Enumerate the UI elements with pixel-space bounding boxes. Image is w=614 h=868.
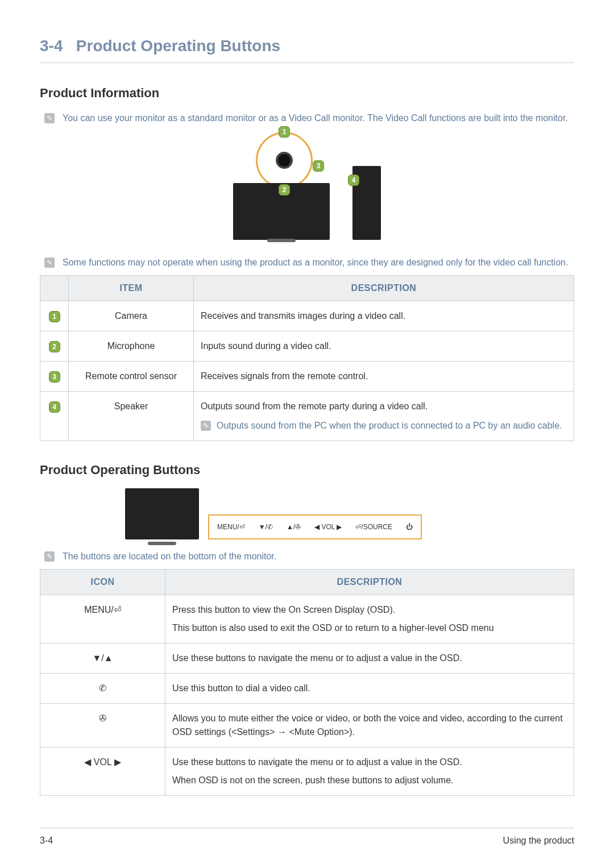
description-text: Outputs sound from the remote party duri… [201,401,428,411]
power-icon: ⏻ [406,522,413,532]
diagram-zoom-circle [256,132,313,189]
icon-cell: ▼/▲ [40,643,165,674]
item-cell: Camera [69,301,194,331]
description-cell: Press this button to view the On Screen … [165,595,574,643]
page-footer: 3-4 Using the product [40,828,574,848]
note-row: ✎ Some functions may not operate when us… [40,256,574,269]
footer-right: Using the product [503,834,574,848]
table-row: ◀ VOL ▶ Use these buttons to navigate th… [40,747,574,796]
description-cell: Use these buttons to navigate the menu o… [165,747,574,796]
table-row: MENU/⏎ Press this button to view the On … [40,595,574,643]
item-cell: Microphone [69,331,194,362]
note-row: ✎ You can use your monitor as a standard… [40,111,574,125]
table-row: 2 Microphone Inputs sound during a video… [40,331,574,362]
button-panel: MENU/⏎ ▼/✆ ▲/✇ ◀ VOL ▶ ⏎/SOURCE ⏻ [208,514,422,539]
note-icon: ✎ [201,421,211,431]
description-line: When OSD is not on the screen, push thes… [172,774,567,787]
monitor-front-icon [125,488,199,539]
description-cell: Use this button to dial a video call. [165,674,574,704]
page-title: 3-4 Product Operating Buttons [40,34,574,63]
panel-label-up-mute: ▲/✇ [287,522,301,532]
note-row: ✎ The buttons are located on the bottom … [40,550,574,563]
item-cell: Remote control sensor [69,362,194,392]
footer-left: 3-4 [40,834,53,848]
note-text: You can use your monitor as a standard m… [63,111,568,125]
item-cell: Speaker [69,392,194,441]
table-row: 4 Speaker Outputs sound from the remote … [40,392,574,441]
buttons-diagram: MENU/⏎ ▼/✆ ▲/✇ ◀ VOL ▶ ⏎/SOURCE ⏻ [125,488,574,539]
section-number: 3-4 [40,37,63,55]
monitor-stand-icon [267,239,296,242]
icon-cell: ✆ [40,674,165,704]
note-text: Some functions may not operate when usin… [63,256,568,269]
callout-badge-1: 1 [279,126,290,138]
description-cell: Outputs sound from the remote party duri… [194,392,574,441]
description-line: Use these buttons to navigate the menu o… [172,755,567,769]
camera-icon [276,152,293,169]
page-title-text: Product Operating Buttons [76,37,280,55]
section-heading-product-info: Product Information [40,84,574,102]
table-row: ✇ Allows you to mute either the voice or… [40,704,574,747]
description-line: This button is also used to exit the OSD… [172,621,567,635]
callout-badge-4: 4 [348,175,359,186]
panel-label-source: ⏎/SOURCE [355,522,392,532]
table-header-description: DESCRIPTION [194,276,574,301]
row-badge: 1 [49,311,60,322]
table-header-blank [40,276,69,301]
note-text: The buttons are located on the bottom of… [63,550,276,563]
note-icon: ✎ [44,258,55,268]
product-info-table: ITEM DESCRIPTION 1 Camera Receives and t… [40,275,574,441]
table-row: 3 Remote control sensor Receives signals… [40,362,574,392]
table-header-description: DESCRIPTION [165,570,574,595]
description-cell: Receives signals from the remote control… [194,362,574,392]
row-badge: 3 [49,371,60,383]
table-header-icon: ICON [40,570,165,595]
section-heading-operating-buttons: Product Operating Buttons [40,460,574,479]
panel-label-vol: ◀ VOL ▶ [314,522,342,532]
product-diagram: 1 2 3 4 [40,132,574,246]
icon-cell: ◀ VOL ▶ [40,747,165,796]
icon-cell: MENU/⏎ [40,595,165,643]
row-badge: 2 [49,341,60,352]
callout-badge-2: 2 [279,184,290,196]
note-text: Outputs sound from the PC when the produ… [217,419,562,433]
panel-label-down-call: ▼/✆ [259,522,273,532]
note-icon: ✎ [44,113,55,123]
panel-label-menu: MENU/⏎ [217,522,245,532]
description-cell: Inputs sound during a video call. [194,331,574,362]
table-row: ▼/▲ Use these buttons to navigate the me… [40,643,574,674]
description-cell: Use these buttons to navigate the menu o… [165,643,574,674]
table-header-item: ITEM [69,276,194,301]
description-cell: Allows you to mute either the voice or v… [165,704,574,747]
table-row: 1 Camera Receives and transmits images d… [40,301,574,331]
icon-cell: ✇ [40,704,165,747]
description-line: Press this button to view the On Screen … [172,603,567,617]
operating-buttons-table: ICON DESCRIPTION MENU/⏎ Press this butto… [40,569,574,796]
description-cell: Receives and transmits images during a v… [194,301,574,331]
table-row: ✆ Use this button to dial a video call. [40,674,574,704]
row-badge: 4 [49,401,60,413]
callout-badge-3: 3 [313,160,324,172]
note-icon: ✎ [44,551,55,562]
